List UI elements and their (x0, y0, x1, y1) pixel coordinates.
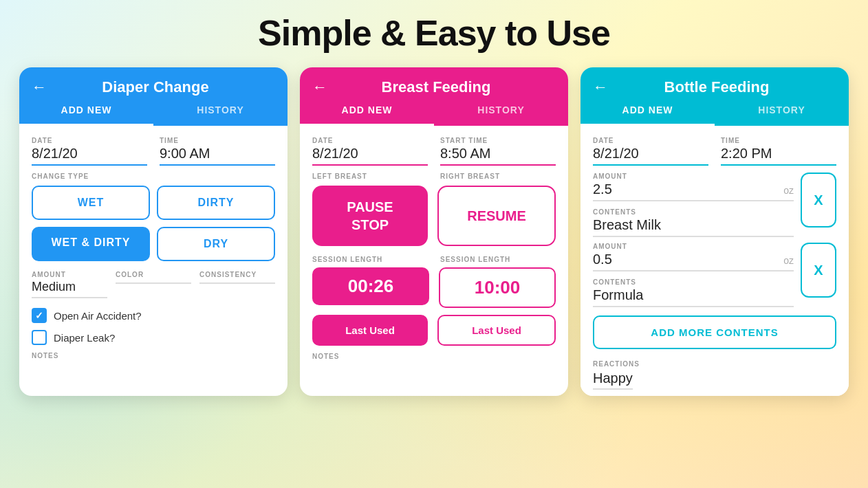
bottle-reactions-label: REACTIONS (593, 360, 836, 368)
diaper-color-group: COLOR (116, 271, 191, 298)
bottle-tab-add[interactable]: ADD NEW (581, 96, 715, 126)
breast-body: DATE 8/21/20 START TIME 8:50 AM LEFT BRE… (300, 126, 568, 373)
session-label-2-group: SESSION LENGTH (440, 256, 556, 265)
breast-notes-label: NOTES (312, 353, 556, 360)
bottle-amount-label-1: AMOUNT (593, 173, 794, 180)
btn-pause-stop[interactable]: PAUSE STOP (312, 186, 428, 246)
diaper-tab-history[interactable]: HISTORY (153, 96, 287, 126)
btn-x-2[interactable]: X (801, 243, 836, 298)
checkbox2-box[interactable] (32, 330, 47, 345)
bottle-date-value: 8/21/20 (593, 146, 708, 166)
btn-last-used-2[interactable]: Last Used (437, 315, 556, 346)
diaper-body: DATE 8/21/20 TIME 9:00 AM CHANGE TYPE WE… (19, 126, 287, 372)
bottle-amount-line-1: 2.5 oz (593, 181, 794, 201)
page-title: Simple & Easy to Use (0, 0, 868, 67)
diaper-consistency-label: CONSISTENCY (199, 271, 275, 278)
btn-last-used-1[interactable]: Last Used (312, 315, 428, 346)
left-breast-group: LEFT BREAST (312, 173, 428, 181)
bottle-time-label: TIME (721, 137, 836, 144)
timer-right-group: 10:00 (439, 267, 556, 308)
bottle-amount-val-1: 2.5 (593, 181, 778, 197)
bottle-tabs: ADD NEW HISTORY (581, 96, 849, 126)
diaper-back-arrow[interactable]: ← (32, 78, 47, 96)
left-breast-label: LEFT BREAST (312, 173, 428, 180)
breast-start-time-label: START TIME (440, 137, 556, 144)
breast-date-value: 8/21/20 (312, 146, 428, 166)
bottle-contents-val-2: Formula (593, 287, 794, 307)
session-label-1-group: SESSION LENGTH (312, 256, 428, 265)
breast-tab-add[interactable]: ADD NEW (300, 96, 434, 126)
diaper-time-value: 9:00 AM (160, 146, 275, 166)
diaper-time-label: TIME (160, 137, 275, 144)
bottle-reactions-val: Happy (593, 370, 633, 390)
session-label-1: SESSION LENGTH (312, 256, 428, 263)
diaper-tabs: ADD NEW HISTORY (19, 96, 287, 126)
breast-tabs: ADD NEW HISTORY (300, 96, 568, 126)
diaper-tab-add[interactable]: ADD NEW (19, 96, 153, 126)
bottle-amount-val-2: 0.5 (593, 252, 778, 267)
btn-dry[interactable]: DRY (157, 227, 275, 261)
change-type-grid: WET DIRTY WET & DIRTY DRY (32, 186, 275, 261)
cards-container: ← Diaper Change ADD NEW HISTORY DATE 8/2… (0, 67, 868, 396)
breast-start-time-group: START TIME 8:50 AM (440, 137, 556, 166)
diaper-consistency-group: CONSISTENCY (199, 271, 275, 298)
bottle-fields-2: AMOUNT 0.5 oz CONTENTS Formula (593, 243, 794, 307)
session-length-labels: SESSION LENGTH SESSION LENGTH (312, 256, 556, 265)
bottle-card: ← Bottle Feeding ADD NEW HISTORY DATE 8/… (581, 67, 849, 396)
breast-start-time-value: 8:50 AM (440, 146, 556, 166)
bottle-header: ← Bottle Feeding (581, 67, 849, 96)
diaper-date-label: DATE (32, 137, 147, 144)
diaper-date-value: 8/21/20 (32, 146, 147, 166)
timer-right: 10:00 (439, 267, 556, 308)
diaper-color-value (116, 280, 191, 284)
diaper-date-group: DATE 8/21/20 (32, 137, 147, 166)
bottle-time-group: TIME 2:20 PM (721, 137, 836, 166)
diaper-header-title: Diaper Change (55, 78, 275, 96)
last-used-row: Last Used Last Used (312, 315, 556, 346)
bottle-contents-label-1: CONTENTS (593, 208, 794, 216)
breast-side-labels: LEFT BREAST RIGHT BREAST (312, 173, 556, 181)
add-more-container: ADD MORE CONTENTS (593, 315, 836, 356)
btn-x-1[interactable]: X (801, 173, 836, 228)
bottle-date-time-row: DATE 8/21/20 TIME 2:20 PM (593, 137, 836, 166)
timer-left-group: 00:26 (312, 267, 429, 308)
bottle-unit-1: oz (783, 185, 794, 197)
checkbox2-label: Diaper Leak? (54, 332, 115, 344)
diaper-card: ← Diaper Change ADD NEW HISTORY DATE 8/2… (19, 67, 287, 396)
diaper-amount-group: AMOUNT Medium (32, 271, 107, 298)
btn-add-more-contents[interactable]: ADD MORE CONTENTS (593, 315, 836, 349)
bottle-tab-history[interactable]: HISTORY (715, 96, 849, 126)
checkbox1-row: ✓ Open Air Accident? (32, 308, 275, 323)
bottle-back-arrow[interactable]: ← (593, 78, 608, 96)
diaper-time-group: TIME 9:00 AM (160, 137, 275, 166)
right-breast-label: RIGHT BREAST (440, 173, 556, 180)
diaper-amount-row: AMOUNT Medium COLOR CONSISTENCY (32, 271, 275, 298)
checkbox1-check: ✓ (35, 310, 43, 321)
breast-back-arrow[interactable]: ← (312, 78, 327, 96)
right-breast-group: RIGHT BREAST (440, 173, 556, 181)
bottle-content-2: AMOUNT 0.5 oz CONTENTS Formula X (593, 243, 836, 307)
bottle-amount-label-2: AMOUNT (593, 243, 794, 250)
bottle-fields-1: AMOUNT 2.5 oz CONTENTS Breast Milk (593, 173, 794, 237)
btn-wet-dirty[interactable]: WET & DIRTY (32, 227, 150, 261)
change-type-label: CHANGE TYPE (32, 173, 275, 180)
btn-pause-label: PAUSE (347, 199, 393, 214)
diaper-notes-label: NOTES (32, 352, 275, 359)
bottle-unit-2: oz (783, 255, 794, 267)
diaper-date-time-row: DATE 8/21/20 TIME 9:00 AM (32, 137, 275, 166)
breast-action-buttons: PAUSE STOP RESUME (312, 186, 556, 246)
session-label-2: SESSION LENGTH (440, 256, 556, 263)
breast-tab-history[interactable]: HISTORY (434, 96, 568, 126)
checkbox1-box[interactable]: ✓ (32, 308, 47, 323)
diaper-amount-value: Medium (32, 280, 107, 298)
bottle-content-1: AMOUNT 2.5 oz CONTENTS Breast Milk X (593, 173, 836, 237)
btn-dirty[interactable]: DIRTY (157, 186, 275, 220)
diaper-header: ← Diaper Change (19, 67, 287, 96)
diaper-amount-label: AMOUNT (32, 271, 107, 278)
checkbox1-label: Open Air Accident? (54, 310, 142, 322)
bottle-header-title: Bottle Feeding (616, 78, 836, 96)
diaper-color-label: COLOR (116, 271, 191, 278)
btn-resume[interactable]: RESUME (437, 186, 556, 246)
bottle-body: DATE 8/21/20 TIME 2:20 PM AMOUNT 2.5 oz … (581, 126, 849, 396)
btn-wet[interactable]: WET (32, 186, 150, 220)
